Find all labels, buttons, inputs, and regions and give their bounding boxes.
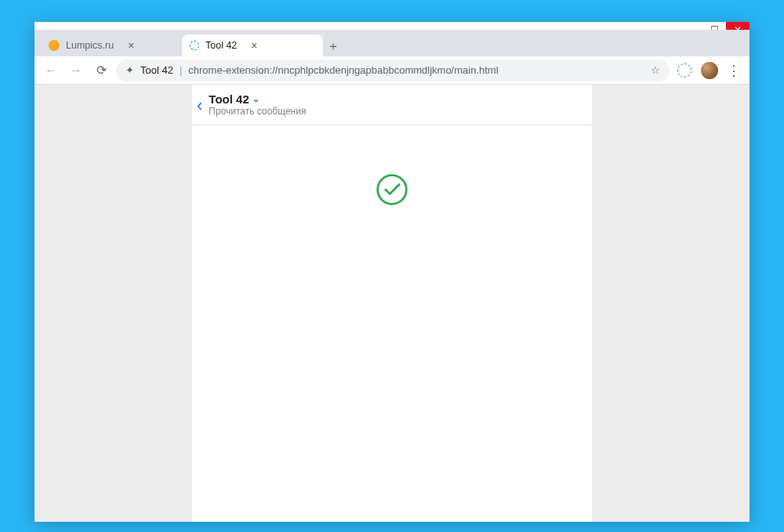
chevron-left-icon: ‹ [197,96,202,115]
success-indicator [192,172,592,207]
tool42-page: ‹ Tool 42 ⌄ Прочитать сообщения [192,85,592,522]
new-tab-button[interactable]: ＋ [323,36,343,56]
arrow-left-icon: ← [45,63,57,78]
reload-icon: ⟳ [96,63,107,78]
extension-icon: ✦ [125,64,134,76]
tab-title: Lumpics.ru [66,40,114,51]
nav-forward-button[interactable]: → [66,60,86,81]
profile-button[interactable] [699,60,720,81]
page-viewport: ‹ Tool 42 ⌄ Прочитать сообщения [34,85,750,522]
nav-reload-button[interactable]: ⟳ [91,60,111,81]
tab-close-icon[interactable]: × [128,39,134,52]
arrow-right-icon: → [70,63,82,78]
extension-button[interactable] [674,60,695,81]
browser-window: — ☐ ✕ Lumpics.ru × Tool 42 × ＋ ← → ⟳ ✦ T… [34,22,750,522]
address-url: chrome-extension://nncphlpcbkdenjngapbab… [188,64,644,76]
address-bar[interactable]: ✦ Tool 42 | chrome-extension://nncphlpcb… [116,60,670,81]
page-back-button[interactable]: ‹ [197,92,202,116]
page-header: ‹ Tool 42 ⌄ Прочитать сообщения [192,85,592,125]
address-separator: | [180,64,182,76]
avatar-icon [701,62,718,79]
tab-strip: Lumpics.ru × Tool 42 × ＋ [34,30,750,56]
svg-point-0 [378,176,407,204]
page-subtitle: Прочитать сообщения [209,106,306,117]
tab-close-icon[interactable]: × [251,39,257,52]
favicon-icon [49,40,60,51]
bookmark-star-icon[interactable]: ☆ [651,64,660,76]
chrome-menu-button[interactable]: ⋮ [724,62,743,79]
checkmark-circle-icon [375,172,409,207]
address-label: Tool 42 [140,64,173,76]
favicon-icon [190,41,199,50]
window-titlebar: — ☐ ✕ [34,22,750,30]
page-title: Tool 42 [209,92,249,106]
tab-lumpics[interactable]: Lumpics.ru × [41,34,182,56]
chevron-down-icon: ⌄ [252,94,260,104]
nav-back-button[interactable]: ← [41,60,61,81]
page-title-block: Tool 42 ⌄ Прочитать сообщения [209,92,306,117]
tool42-ext-icon [677,63,691,78]
tab-tool42[interactable]: Tool 42 × [182,34,323,56]
page-title-dropdown[interactable]: Tool 42 ⌄ [209,92,306,106]
tab-title: Tool 42 [205,40,237,51]
toolbar: ← → ⟳ ✦ Tool 42 | chrome-extension://nnc… [34,56,750,85]
